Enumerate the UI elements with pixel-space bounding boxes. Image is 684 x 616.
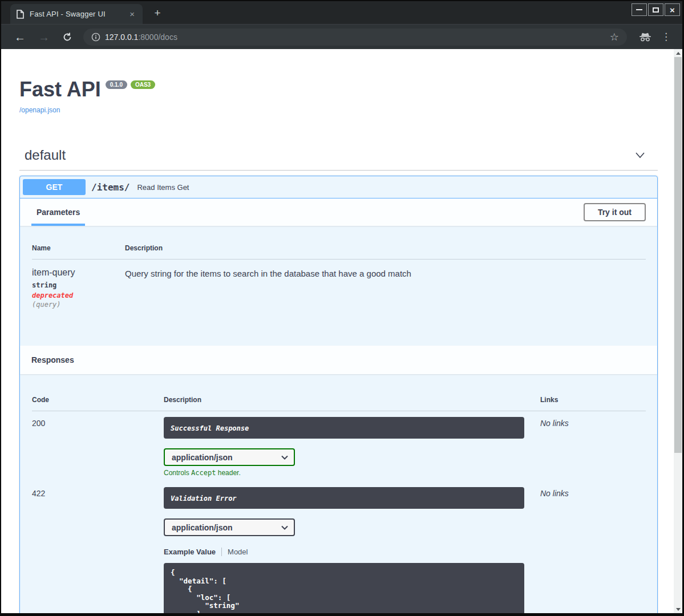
url-path: :8000/docs	[138, 33, 177, 42]
response-code: 200	[32, 417, 164, 477]
tab-model[interactable]: Model	[228, 548, 248, 556]
media-type-select[interactable]: application/json	[164, 518, 295, 536]
page-scrollbar[interactable]	[674, 49, 682, 613]
back-icon[interactable]: ←	[14, 31, 26, 43]
example-model-tabs: Example Value Model	[164, 548, 540, 556]
address-bar[interactable]: 127.0.0.1:8000/docs ☆	[83, 29, 627, 46]
tab-close-icon[interactable]: ×	[127, 9, 137, 19]
parameter-deprecated-flag: deprecated	[32, 291, 125, 299]
scrollbar-down-arrow[interactable]	[674, 605, 682, 613]
document-icon	[16, 10, 24, 19]
minimize-icon	[636, 9, 642, 10]
method-get-button: GET	[23, 179, 86, 195]
maximize-icon	[653, 7, 659, 13]
reload-icon[interactable]	[62, 32, 72, 42]
responses-title: Responses	[31, 355, 74, 364]
url-host: 127.0.0.1	[105, 33, 138, 42]
response-code: 422	[32, 487, 164, 613]
scrollbar-thumb[interactable]	[674, 57, 682, 453]
new-tab-button[interactable]: +	[151, 7, 164, 18]
scrollbar-up-arrow[interactable]	[674, 49, 682, 57]
oas3-badge: OAS3	[131, 80, 155, 89]
menu-kebab-icon[interactable]: ⋮	[661, 32, 671, 42]
operation-block-get-items: GET /items/ Read Items Get Parameters Tr…	[19, 176, 658, 613]
api-info: Fast API0.1.0OAS3 /openapi.json	[19, 49, 658, 114]
col-header-links: Links	[540, 396, 646, 404]
operation-summary[interactable]: GET /items/ Read Items Get	[20, 176, 657, 198]
col-header-name: Name	[32, 244, 125, 252]
titlebar: Fast API - Swagger UI × + ×	[1, 1, 682, 24]
parameter-name: item-query	[32, 268, 125, 278]
maximize-button[interactable]	[648, 3, 663, 16]
tab-example-value[interactable]: Example Value	[164, 548, 216, 556]
page-viewport: Fast API0.1.0OAS3 /openapi.json default …	[1, 49, 682, 613]
minimize-button[interactable]	[632, 3, 647, 16]
parameter-location: (query)	[32, 301, 125, 309]
col-header-description: Description	[125, 244, 646, 252]
operation-description: Read Items Get	[137, 183, 189, 192]
response-description-block: Validation Error	[164, 487, 524, 509]
page-title: Fast API	[19, 78, 101, 101]
info-icon[interactable]	[91, 33, 100, 42]
chevron-down-icon[interactable]	[628, 149, 652, 161]
browser-window: Fast API - Swagger UI × + × ← → 127.0.0.…	[0, 0, 684, 616]
accept-header-note: Controls Accept header.	[164, 469, 540, 477]
response-row-422: 422 Validation Error application/json Ex…	[32, 481, 646, 613]
bookmark-star-icon[interactable]: ☆	[610, 32, 619, 42]
url-text[interactable]: 127.0.0.1:8000/docs	[105, 33, 177, 42]
parameters-header: Parameters Try it out	[20, 198, 657, 226]
parameters-table: Name Description item-query string depre…	[20, 226, 657, 346]
responses-table: Code Description Links 200 Successful Re…	[20, 374, 657, 613]
parameter-description: Query string for the items to search in …	[125, 268, 646, 346]
parameter-type: string	[32, 281, 125, 289]
example-json-code: { "detail": [ { "loc": [ "string" ], "ms…	[164, 563, 524, 613]
response-row-200: 200 Successful Response application/json…	[32, 411, 646, 481]
responses-header: Responses	[20, 346, 657, 374]
response-links: No links	[540, 487, 646, 613]
browser-tab[interactable]: Fast API - Swagger UI ×	[10, 4, 143, 24]
close-icon: ×	[670, 6, 675, 14]
browser-toolbar: ← → 127.0.0.1:8000/docs ☆ ⋮	[1, 24, 682, 49]
col-header-resp-description: Description	[164, 396, 540, 404]
window-controls: ×	[630, 3, 680, 16]
tab-parameters: Parameters	[31, 198, 85, 226]
media-type-select[interactable]: application/json	[164, 448, 295, 466]
tab-divider	[221, 548, 222, 556]
response-description-block: Successful Response	[164, 417, 524, 439]
select-chevron-icon	[281, 525, 288, 530]
tab-title: Fast API - Swagger UI	[30, 10, 127, 18]
tag-title: default	[25, 147, 66, 163]
openapi-spec-link[interactable]: /openapi.json	[19, 106, 658, 114]
active-tab-underline	[31, 224, 85, 226]
operation-path: /items/	[91, 182, 129, 193]
version-badge: 0.1.0	[106, 80, 127, 89]
incognito-icon	[638, 33, 652, 42]
try-it-out-button[interactable]: Try it out	[584, 203, 646, 221]
parameter-row: item-query string deprecated (query) Que…	[32, 260, 646, 346]
tag-section-header[interactable]: default	[19, 147, 658, 171]
col-header-code: Code	[32, 396, 164, 404]
response-links: No links	[540, 417, 646, 477]
parameters-title: Parameters	[37, 208, 80, 217]
select-chevron-icon	[281, 455, 288, 460]
forward-icon[interactable]: →	[38, 31, 50, 43]
swagger-content: Fast API0.1.0OAS3 /openapi.json default …	[19, 49, 658, 613]
close-window-button[interactable]: ×	[665, 3, 680, 16]
